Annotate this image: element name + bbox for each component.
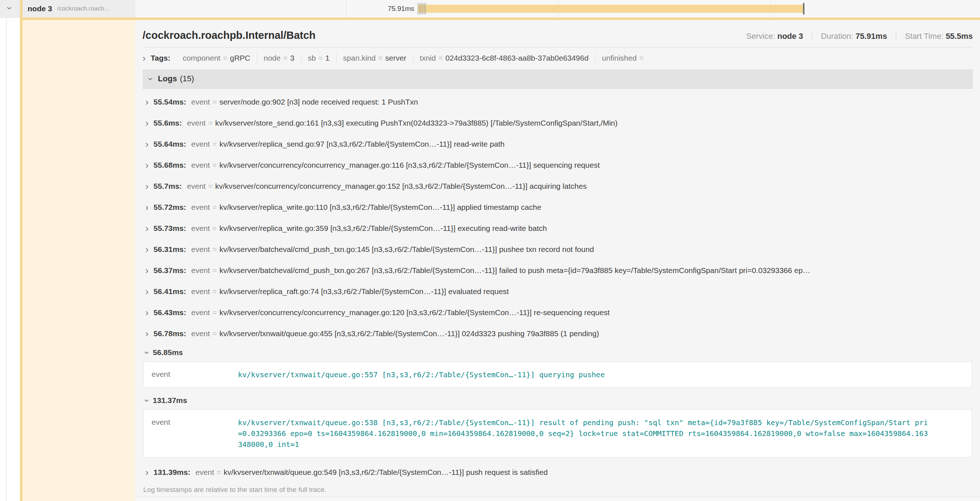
tag-value: server (385, 54, 406, 62)
log-collapse-chevron-icon[interactable]: › (143, 351, 152, 354)
log-row[interactable]: ›56.37ms:event=kv/kvserver/batcheval/cmd… (143, 260, 973, 281)
log-value: kv/kvserver/batcheval/cmd_push_txn.go:26… (220, 266, 810, 275)
tag-value: gRPC (230, 54, 250, 62)
log-expand-chevron-icon[interactable]: › (145, 140, 148, 149)
log-expand-chevron-icon[interactable]: › (145, 161, 148, 170)
log-timestamp: 56.43ms: (153, 308, 186, 317)
log-row[interactable]: ›55.72ms:event=kv/kvserver/replica_write… (143, 197, 973, 218)
log-row-expanded-header[interactable]: ›131.37ms (143, 392, 973, 409)
log-row[interactable]: ›56.31ms:event=kv/kvserver/batcheval/cmd… (143, 239, 973, 260)
log-expand-chevron-icon[interactable]: › (145, 119, 148, 128)
start-time-value: 55.5ms (945, 32, 973, 41)
tag-item[interactable]: unfinished= (595, 54, 653, 62)
log-equals: = (210, 140, 220, 148)
log-value: kv/kvserver/concurrency/concurrency_mana… (215, 182, 587, 191)
log-expand-chevron-icon[interactable]: › (145, 182, 148, 191)
log-expand-chevron-icon[interactable]: › (145, 203, 148, 212)
tag-item[interactable]: component=gRPC (176, 54, 257, 62)
span-duration-label: 75.91ms (341, 0, 414, 18)
log-row[interactable]: ›131.39ms:event=kv/kvserver/txnwait/queu… (143, 462, 973, 483)
log-value: server/node.go:902 [n3] node received re… (220, 98, 418, 106)
log-expand-chevron-icon[interactable]: › (145, 287, 148, 296)
span-detail-title: /cockroach.roachpb.Internal/Batch (143, 29, 315, 41)
tag-item[interactable]: node=3 (257, 54, 301, 62)
logs-section-header[interactable]: › Logs (15) (143, 69, 973, 89)
log-key: event (187, 182, 206, 191)
log-expand-chevron-icon[interactable]: › (145, 98, 148, 107)
service-value: node 3 (777, 32, 803, 41)
tag-item[interactable]: sb=1 (301, 54, 337, 62)
tags-expand-chevron-icon[interactable]: › (143, 54, 145, 63)
log-timestamp: 55.72ms: (153, 203, 186, 212)
log-expand-chevron-icon[interactable]: › (145, 329, 148, 338)
log-tick-marker (422, 3, 422, 14)
log-key: event (152, 369, 238, 380)
log-row[interactable]: ›55.68ms:event=kv/kvserver/concurrency/c… (143, 155, 973, 176)
log-tick-marker (419, 3, 420, 14)
log-key: event (191, 245, 210, 254)
log-key: event (191, 287, 210, 296)
log-row[interactable]: ›55.73ms:event=kv/kvserver/replica_write… (143, 218, 973, 239)
log-equals: = (214, 468, 223, 477)
meta-divider (812, 32, 812, 40)
log-detail-card: eventkv/kvserver/txnwait/queue.go:538 [n… (143, 410, 972, 458)
log-timestamp: 56.78ms: (153, 329, 186, 338)
service-color-stripe (20, 0, 22, 501)
log-equals: = (210, 245, 220, 254)
tags-list: component=gRPCnode=3sb=1span.kind=server… (176, 54, 653, 62)
log-equals: = (210, 308, 220, 317)
span-duration-bar[interactable] (418, 5, 803, 13)
log-detail-card: eventkv/kvserver/txnwait/queue.go:557 [n… (143, 362, 972, 388)
log-expand-chevron-icon[interactable]: › (145, 266, 148, 275)
log-expand-chevron-icon[interactable]: › (145, 224, 148, 233)
log-key: event (191, 98, 210, 106)
log-value: kv/kvserver/batcheval/cmd_push_txn.go:14… (220, 245, 594, 254)
log-expand-chevron-icon[interactable]: › (145, 308, 148, 317)
tag-value: 1 (325, 54, 330, 62)
detail-accent-border (20, 18, 980, 20)
logs-count: (15) (180, 74, 194, 83)
log-collapse-chevron-icon[interactable]: › (143, 399, 152, 402)
log-key: event (191, 203, 210, 212)
log-row[interactable]: ›55.64ms:event=kv/kvserver/replica_send.… (143, 134, 973, 155)
log-row[interactable]: ›55.54ms:event=server/node.go:902 [n3] n… (143, 91, 973, 113)
log-key: event (191, 140, 210, 148)
log-row[interactable]: ›56.43ms:event=kv/kvserver/concurrency/c… (143, 302, 973, 323)
log-value: kv/kvserver/store_send.go:161 [n3,s3] ex… (215, 119, 618, 128)
tags-section[interactable]: › Tags: component=gRPCnode=3sb=1span.kin… (143, 50, 973, 67)
log-timestamp: 55.73ms: (153, 224, 186, 233)
log-row[interactable]: ›56.78ms:event=kv/kvserver/txnwait/queue… (143, 323, 973, 344)
log-timestamp: 56.31ms: (153, 245, 186, 254)
tag-item[interactable]: txnid=024d3323-6c8f-4863-aa8b-37ab0e6349… (413, 54, 595, 62)
log-timestamp: 131.39ms: (153, 468, 191, 477)
log-row[interactable]: ›55.7ms:event=kv/kvserver/concurrency/co… (143, 176, 973, 197)
tag-equals: = (636, 54, 646, 62)
log-value: kv/kvserver/txnwait/queue.go:538 [n3,s3,… (238, 417, 931, 450)
log-key: event (191, 308, 210, 317)
logs-collapse-chevron-icon[interactable]: › (146, 77, 155, 80)
log-equals: = (210, 98, 220, 106)
log-expand-chevron-icon[interactable]: › (145, 245, 148, 254)
log-expand-chevron-icon[interactable]: › (145, 468, 148, 477)
collapse-span-chevron-icon[interactable]: › (5, 6, 14, 10)
log-value: kv/kvserver/txnwait/queue.go:455 [n3,s3,… (220, 329, 599, 338)
span-operation-name: /cockroach.roach… (57, 5, 110, 12)
left-gutter-divider (6, 0, 6, 501)
span-row[interactable]: › node 3 /cockroach.roach… 75.91ms (0, 0, 980, 18)
log-key: event (191, 266, 210, 275)
log-row[interactable]: ›55.6ms:event=kv/kvserver/store_send.go:… (143, 113, 973, 134)
log-row-expanded-header[interactable]: ›56.85ms (143, 344, 973, 361)
log-timestamp: 55.64ms: (153, 140, 186, 148)
log-value: kv/kvserver/concurrency/concurrency_mana… (220, 308, 610, 317)
log-timestamp: 55.7ms: (153, 182, 182, 191)
duration-label: Duration: (821, 32, 853, 41)
tag-equals: = (221, 54, 230, 62)
tag-item[interactable]: span.kind=server (337, 54, 414, 62)
log-key: event (196, 468, 214, 477)
log-tick-marker (424, 3, 425, 14)
log-row[interactable]: ›56.41ms:event=kv/kvserver/replica_raft.… (143, 281, 973, 302)
log-timestamp: 56.41ms: (153, 287, 186, 296)
trace-view: › node 3 /cockroach.roach… 75.91ms /cock… (0, 0, 980, 501)
log-value: kv/kvserver/replica_send.go:97 [n3,s3,r6… (220, 140, 504, 148)
tag-key: component (183, 54, 221, 62)
